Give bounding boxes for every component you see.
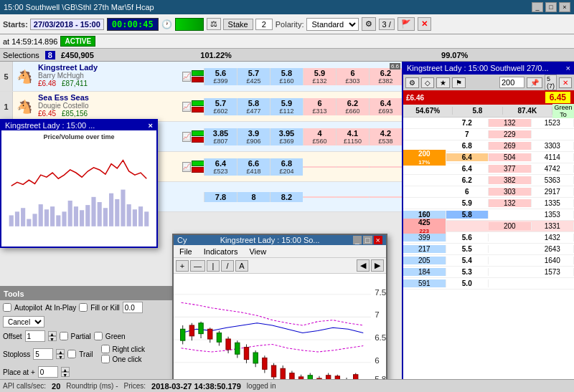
lay-2[interactable]: 4.1£1150	[336, 128, 369, 145]
stake-input[interactable]: 2	[255, 19, 273, 30]
flag-button[interactable]: 🚩	[397, 17, 415, 31]
back-3[interactable]: 5.9£112	[270, 98, 303, 115]
settings-button[interactable]: ⚙	[362, 17, 376, 31]
stoploss-spinner[interactable]: ▲ ▼	[56, 349, 65, 359]
ob-close-button[interactable]: ×	[566, 64, 570, 72]
ob-x-btn[interactable]: ✕	[559, 77, 572, 88]
ob-gear-btn[interactable]: ⚙	[405, 77, 419, 88]
ob-stake-input[interactable]	[499, 77, 524, 88]
place-spinner[interactable]: ▲ ▼	[61, 367, 70, 377]
candle-minimize[interactable]: _	[353, 236, 362, 244]
tool-minus[interactable]: —	[190, 260, 205, 272]
back-2[interactable]: 8	[237, 192, 270, 202]
one-click-checkbox[interactable]	[101, 355, 110, 363]
green-checkbox[interactable]	[94, 332, 103, 340]
ob-price[interactable]: 5.9	[446, 199, 489, 207]
close-tool-button[interactable]: ✕	[418, 17, 431, 31]
offset-input[interactable]	[25, 330, 45, 342]
chart-button[interactable]: 📈	[182, 102, 191, 112]
back-3[interactable]: 6.8£204	[270, 158, 303, 176]
lay-2[interactable]: 6£303	[336, 68, 369, 85]
tool-plus[interactable]: +	[176, 260, 189, 272]
place-down[interactable]: ▼	[61, 372, 70, 377]
offset-up[interactable]: ▲	[48, 331, 57, 336]
tool-diagonal[interactable]: /	[221, 260, 234, 272]
chart-button[interactable]: 📈	[182, 72, 191, 82]
back-1[interactable]: 7.8	[204, 192, 237, 202]
partial-checkbox[interactable]	[60, 332, 68, 340]
ob-price[interactable]: 7	[446, 130, 489, 138]
lay-1[interactable]: 6£313	[303, 98, 336, 115]
offset-spinner[interactable]: ▲ ▼	[48, 331, 57, 341]
ob-price[interactable]: 5.0	[446, 279, 489, 287]
back-2[interactable]: 5.8£477	[237, 98, 270, 115]
lay-2[interactable]	[336, 196, 369, 198]
right-click-checkbox[interactable]	[101, 345, 110, 353]
lay-3[interactable]: 6.4£693	[369, 98, 402, 115]
tool-line[interactable]: |	[207, 260, 220, 272]
ob-price[interactable]: 6.2	[446, 176, 489, 184]
fill-kill-checkbox[interactable]	[79, 303, 88, 312]
minimize-button[interactable]: _	[532, 2, 543, 12]
back-2[interactable]: 5.7£425	[237, 68, 270, 85]
ob-price[interactable]: 5.5	[446, 245, 489, 253]
lay-3[interactable]: 4.2£538	[369, 128, 402, 145]
close-button[interactable]: ×	[559, 2, 570, 12]
ob-price[interactable]: 7.2	[446, 119, 489, 127]
ob-price[interactable]: 5.4	[446, 257, 489, 264]
lay-2[interactable]: 6.2£660	[336, 98, 369, 115]
cancel-select[interactable]: Cancel	[3, 316, 44, 328]
ob-price[interactable]: 6.4	[446, 165, 489, 173]
chart-button[interactable]: 📈	[182, 132, 191, 142]
ob-flag-btn[interactable]: ⚑	[452, 77, 466, 88]
back-1[interactable]: 6.4£523	[204, 158, 237, 176]
autopilot-checkbox[interactable]	[3, 303, 11, 312]
stoploss-down[interactable]: ▼	[56, 354, 65, 359]
ob-price[interactable]: 6.4	[446, 153, 489, 161]
menu-indicators[interactable]: Indicators	[198, 247, 244, 257]
ob-price[interactable]: 5.6	[446, 234, 489, 242]
lay-3[interactable]: 6.2£382	[369, 68, 402, 85]
stake-button[interactable]: Stake	[223, 19, 253, 30]
chart-button[interactable]: 📈	[182, 162, 191, 172]
ob-price[interactable]: 5.3	[446, 268, 489, 276]
back-2[interactable]: 6.6£418	[237, 158, 270, 176]
lay-1[interactable]	[303, 166, 336, 168]
candle-close[interactable]: ×	[374, 236, 382, 244]
ob-price[interactable]: 5.8	[446, 211, 489, 219]
back-1[interactable]: 3.85£807	[204, 128, 237, 145]
fill-value-input[interactable]	[123, 302, 143, 313]
lay-3[interactable]	[369, 166, 402, 168]
tool-scroll-right[interactable]: ▶	[371, 259, 384, 272]
ob-pin-btn[interactable]: 📌	[527, 77, 542, 88]
back-1[interactable]: 5.7£602	[204, 98, 237, 115]
tool-scroll-left[interactable]: ◀	[357, 259, 370, 272]
price-chart-close[interactable]: ×	[149, 121, 153, 130]
back-3[interactable]: 8.2	[270, 192, 303, 202]
ob-star-btn[interactable]: ★	[436, 77, 450, 88]
ob-diamond-btn[interactable]: ◇	[421, 77, 434, 88]
trail-checkbox[interactable]	[67, 350, 76, 358]
stoploss-up[interactable]: ▲	[56, 349, 65, 354]
offset-down[interactable]: ▼	[48, 336, 57, 341]
menu-view[interactable]: View	[243, 247, 272, 257]
tool-text[interactable]: A	[235, 260, 248, 272]
candle-maximize[interactable]: □	[363, 236, 372, 244]
back-1[interactable]: 5.6£399	[204, 68, 237, 85]
lay-1[interactable]: 4£560	[303, 128, 336, 145]
ob-price[interactable]: 6	[446, 188, 489, 196]
ob-price[interactable]: 6.8	[446, 142, 489, 150]
place-up[interactable]: ▲	[61, 367, 70, 372]
back-2[interactable]: 3.9£906	[237, 128, 270, 145]
back-3[interactable]: 3.95£369	[270, 128, 303, 145]
maximize-button[interactable]: □	[545, 2, 557, 12]
back-3[interactable]: 5.8£160	[270, 68, 303, 85]
polarity-select[interactable]: Standard	[306, 18, 359, 31]
menu-file[interactable]: File	[174, 247, 198, 257]
lay-1[interactable]: 5.9£132	[303, 68, 336, 85]
lay-2[interactable]	[336, 166, 369, 168]
lay-3[interactable]	[369, 196, 402, 198]
stoploss-input[interactable]	[33, 348, 53, 360]
lay-1[interactable]	[303, 196, 336, 198]
place-at-input[interactable]	[38, 366, 58, 378]
